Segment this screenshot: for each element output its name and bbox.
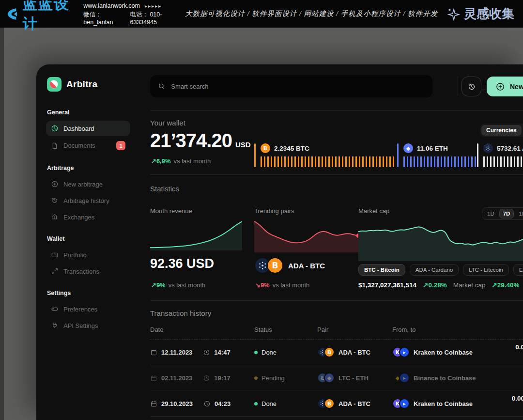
month-revenue-value: 92.36 USD <box>150 256 214 271</box>
tab-eth-ethereu[interactable]: ETH - Ethereu <box>513 264 523 276</box>
market-cap-value: $1,327,027,361,514 <box>358 281 416 289</box>
eth-amount-label: ◆11.06 ETH <box>403 143 477 153</box>
amount-cell: 0.0021 <box>464 342 523 362</box>
coinbase-coin-icon: ▸ <box>399 373 410 383</box>
range-1m[interactable]: 1M <box>515 209 523 218</box>
wallet-section-title: Your wallet <box>150 119 185 127</box>
lanlan-logo: 蓝蓝设计 <box>7 0 72 34</box>
wallet-currency: USD <box>235 140 251 149</box>
month-revenue-delta: ↗9% vs last month <box>151 281 205 289</box>
tab-ada-cardano[interactable]: ADA - Cardano <box>410 264 459 276</box>
market-cap-stats: $1,327,027,361,514 ↗0.28% Market cap ↗29… <box>358 281 523 289</box>
wechat-label: 微信： ben_lanlan <box>83 11 122 26</box>
btc-coin-icon: B <box>267 257 283 274</box>
table-row[interactable]: 29.10.202304:23DoneBADA - BTCK▸Kraken to… <box>150 391 523 417</box>
table-body: 12.11.202314:47DoneBADA - BTCK▸Kraken to… <box>150 340 523 417</box>
btc-amount-label: B2.2345 BTC <box>261 143 396 153</box>
calendar-icon <box>150 400 157 407</box>
holding-marker <box>397 143 399 167</box>
exchange-icons: ◆▸ <box>392 373 410 383</box>
site-url[interactable]: www.lanlanwork.com <box>83 2 140 9</box>
section-divider <box>150 174 523 175</box>
trending-pairs-label: Trending pairs <box>254 207 294 215</box>
section-divider <box>150 110 523 111</box>
pair-cell: BADA - BTC <box>317 347 392 358</box>
btc-holding: B2.2345 BTC <box>254 143 396 167</box>
table-header: Date Status Pair From, to <box>150 326 523 340</box>
services-list: 大数据可视化设计 / 软件界面设计 / 网站建设 / 手机及小程序设计 / 软件… <box>185 9 438 18</box>
lanlan-logo-icon <box>7 6 20 22</box>
ada-bars <box>483 156 523 167</box>
pair-coin-icons: B <box>317 347 335 358</box>
banner-contact: www.lanlanwork.com▸▸▸▸▸ 微信： ben_lanlan 电… <box>83 2 176 26</box>
coinbase-coin-icon: ▸ <box>399 398 410 409</box>
route-cell: ◆▸Binance to Coinbase <box>392 373 523 383</box>
phone-label: 电话： 010-63334945 <box>130 11 176 26</box>
transactions-section-title: Transaction history <box>150 309 211 317</box>
wallet-toggle-currencies[interactable]: Currencies <box>481 125 522 136</box>
tab-ltc-litecoin[interactable]: LTC - Litecoin <box>463 264 509 276</box>
eth-coin-icon: ◆ <box>324 373 335 383</box>
section-divider <box>150 300 523 301</box>
table-row[interactable]: 12.11.202314:47DoneBADA - BTCK▸Kraken to… <box>150 340 523 365</box>
transactions-table: Date Status Pair From, to 12.11.202314:4… <box>150 326 523 417</box>
calendar-icon <box>150 374 157 382</box>
backdrop-left-strip <box>0 28 4 420</box>
range-7d[interactable]: 7D <box>499 209 514 218</box>
exchange-icons: K▸ <box>392 398 410 409</box>
wallet-view-toggle: CurrenciesE <box>480 124 523 137</box>
clock-icon <box>203 349 210 356</box>
ada-coin-icon <box>483 143 493 153</box>
status-dot <box>254 351 258 354</box>
btc-coin-icon: B <box>324 398 335 409</box>
btc-bars <box>261 156 396 167</box>
ada-amount-label: 5732.61 ADA <box>483 143 523 153</box>
btc-coin-icon: B <box>324 347 335 358</box>
table-row[interactable]: 02.11.202319:17PendingŁ◆LTC - ETH◆▸Binan… <box>150 365 523 391</box>
status-dot <box>254 376 258 380</box>
holding-marker <box>254 143 256 167</box>
column-from-to: From, to <box>392 326 523 333</box>
coinbase-coin-icon: ▸ <box>399 347 410 358</box>
status-dot <box>254 402 258 405</box>
topbar-divider <box>458 77 458 96</box>
main-content: New a Your wallet CurrenciesE 21’374.20U… <box>36 64 523 420</box>
tab-btc-bitcoin[interactable]: BTC - Bitcoin <box>358 264 405 276</box>
wallet-balance: 21’374.20USD <box>150 130 251 152</box>
ada-holding: 5732.61 ADA <box>477 143 523 167</box>
status-badge: Pending <box>254 374 317 382</box>
column-pair: Pair <box>317 326 392 333</box>
lanlan-logo-text: 蓝蓝设计 <box>23 0 72 34</box>
history-icon <box>467 82 477 92</box>
search-input[interactable] <box>170 82 425 91</box>
pair-cell: Ł◆LTC - ETH <box>317 373 392 383</box>
promo-banner: 蓝蓝设计 www.lanlanwork.com▸▸▸▸▸ 微信： ben_lan… <box>0 0 523 28</box>
history-button[interactable] <box>461 77 481 96</box>
pair-coin-icons: Ł◆ <box>317 373 335 383</box>
btc-coin-icon: B <box>261 143 270 153</box>
pair-coin-icons: B <box>254 257 283 274</box>
market-cap-chart <box>358 219 523 261</box>
inspiration-collect[interactable]: 灵感收集 <box>446 5 514 22</box>
new-arbitrage-button[interactable]: New a <box>487 77 523 96</box>
exchange-icons: K▸ <box>392 347 410 358</box>
status-badge: Done <box>254 400 317 407</box>
month-revenue-label: Month revenue <box>150 207 192 215</box>
wallet-delta: ↗6,9% vs last month <box>151 157 211 165</box>
clock-icon <box>203 374 210 382</box>
column-date: Date <box>150 326 254 333</box>
eth-bars <box>403 156 477 167</box>
market-cap-label: Market cap <box>358 207 389 215</box>
trending-pairs-delta: ↘9% vs last month <box>255 281 309 289</box>
month-revenue-chart <box>150 219 242 250</box>
market-cap-range-toggle: 1D7D1M <box>482 207 523 220</box>
search-box <box>150 75 432 97</box>
eth-coin-icon: ◆ <box>403 143 413 153</box>
plus-circle-icon <box>495 82 505 92</box>
range-1d[interactable]: 1D <box>483 209 498 218</box>
statistics-section-title: Statistics <box>150 185 179 193</box>
amount-cell: 0.0000 <box>464 394 523 404</box>
search-icon <box>158 82 165 90</box>
column-status: Status <box>254 326 317 333</box>
eth-holding: ◆11.06 ETH <box>397 143 477 167</box>
